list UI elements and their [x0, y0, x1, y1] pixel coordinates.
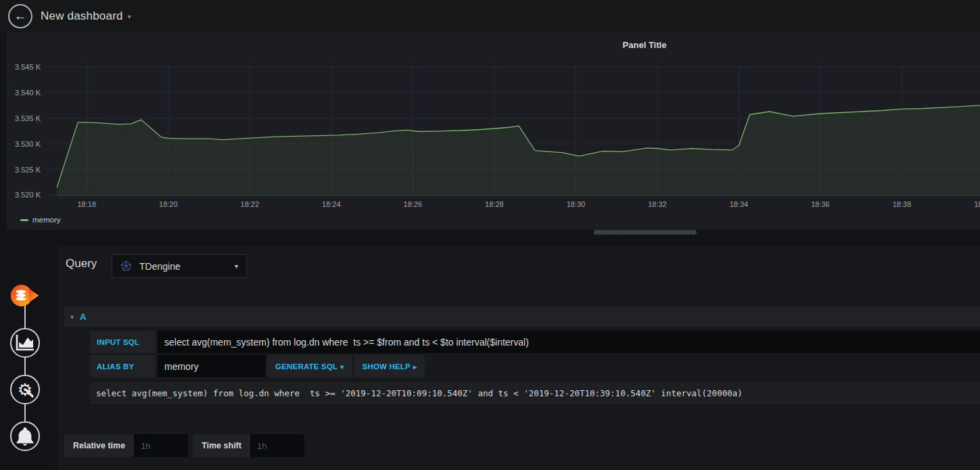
svg-text:18:18: 18:18 — [77, 200, 96, 208]
svg-text:18:38: 18:38 — [893, 200, 912, 208]
generate-sql-button[interactable]: GENERATE SQL▾ — [267, 355, 352, 377]
datasource-select[interactable]: TDengine ▾ — [112, 254, 247, 278]
graph-panel: Panel Title 3.520 K3.525 K3.530 K3.535 K… — [7, 32, 980, 230]
svg-text:3.535 K: 3.535 K — [15, 114, 41, 122]
relative-time-input[interactable] — [134, 434, 188, 457]
chevron-down-icon: ▾ — [235, 262, 238, 270]
alias-by-field[interactable] — [158, 355, 265, 377]
time-options-row: Relative time Time shift — [64, 434, 309, 457]
tdengine-logo-icon — [120, 260, 132, 272]
svg-text:3.530 K: 3.530 K — [15, 140, 41, 148]
tab-alert[interactable] — [10, 421, 40, 451]
relative-time-group: Relative time — [64, 434, 188, 457]
svg-text:18:24: 18:24 — [322, 200, 341, 208]
chevron-down-icon[interactable]: ▾ — [128, 13, 131, 20]
arrow-left-icon: ← — [14, 9, 27, 23]
svg-text:18:36: 18:36 — [811, 200, 830, 208]
relative-time-label: Relative time — [64, 441, 134, 450]
show-help-button[interactable]: SHOW HELP▸ — [354, 355, 425, 377]
svg-text:3.545 K: 3.545 K — [15, 63, 41, 71]
back-button[interactable]: ← — [8, 4, 32, 28]
dashboard-title[interactable]: New dashboard — [41, 9, 123, 23]
top-navbar: ← New dashboard ▾ — [0, 0, 980, 32]
chevron-down-icon: ▾ — [340, 363, 344, 371]
query-section-title: Query — [66, 257, 97, 271]
tab-visualization[interactable] — [10, 328, 40, 358]
svg-text:3.525 K: 3.525 K — [15, 166, 41, 174]
graph-icon — [16, 334, 34, 352]
time-shift-input[interactable] — [250, 434, 304, 457]
query-ref-row[interactable]: ▾ A — [64, 307, 980, 327]
query-editor: Query TDengine ▾ ▾ A INPUT SQL ALIAS BY … — [57, 246, 980, 470]
legend-label: memory — [32, 216, 61, 224]
generated-sql-preview: select avg(mem_system) from log.dn where… — [90, 382, 980, 404]
tab-queries[interactable] — [10, 281, 40, 310]
svg-text:18:40: 18:40 — [974, 200, 980, 208]
legend-color-dash — [20, 219, 28, 221]
svg-text:18:34: 18:34 — [730, 200, 749, 208]
time-series-chart[interactable]: 3.520 K3.525 K3.530 K3.535 K3.540 K3.545… — [7, 32, 980, 230]
svg-text:18:28: 18:28 — [485, 200, 504, 208]
time-shift-label: Time shift — [193, 441, 250, 450]
bell-icon — [16, 427, 34, 446]
datasource-name: TDengine — [139, 261, 235, 272]
svg-text:18:26: 18:26 — [404, 200, 423, 208]
input-sql-row: INPUT SQL — [90, 331, 980, 353]
svg-text:18:20: 18:20 — [159, 200, 178, 208]
legend-item-memory[interactable]: memory — [20, 216, 61, 224]
tab-general[interactable]: ⚙ — [10, 375, 40, 404]
svg-text:18:30: 18:30 — [567, 200, 586, 208]
tab-connector-line — [24, 296, 26, 436]
alias-by-label: ALIAS BY — [90, 355, 156, 377]
chevron-right-icon: ▸ — [413, 363, 417, 371]
svg-text:18:32: 18:32 — [648, 200, 667, 208]
panel-resize-handle[interactable] — [594, 230, 697, 235]
svg-text:18:22: 18:22 — [241, 200, 260, 208]
database-icon — [10, 281, 40, 310]
input-sql-field[interactable] — [158, 331, 980, 353]
alias-by-row: ALIAS BY GENERATE SQL▾ SHOW HELP▸ — [90, 355, 980, 377]
input-sql-label: INPUT SQL — [90, 331, 156, 353]
time-shift-group: Time shift — [193, 434, 304, 457]
query-ref-id: A — [80, 312, 86, 322]
svg-text:3.540 K: 3.540 K — [15, 89, 41, 97]
wrench-icon — [10, 375, 40, 404]
collapse-caret-icon[interactable]: ▾ — [70, 313, 74, 321]
svg-text:3.520 K: 3.520 K — [15, 191, 41, 199]
